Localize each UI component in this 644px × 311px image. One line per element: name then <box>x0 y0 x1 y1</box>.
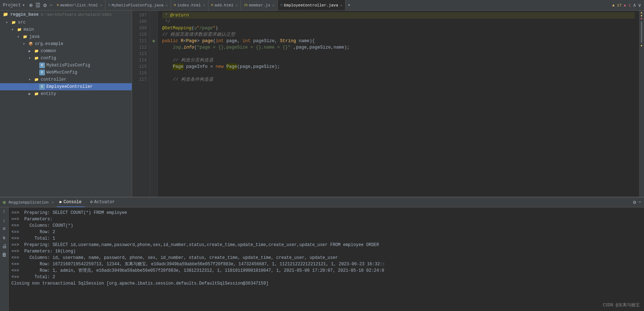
tree-item-mybatisplusconfig[interactable]: C MybatisPlusConfig <box>0 62 132 69</box>
tree-label-controller: controller <box>41 77 66 82</box>
tab-employee-controller[interactable]: C EmployeeController.java ✕ <box>278 0 346 10</box>
tab-index-html[interactable]: H index.html ✕ <box>171 0 208 10</box>
scroll-down-icon[interactable]: ↓ <box>2 217 5 223</box>
gutter-col: ◉ <box>150 11 158 197</box>
settings-icon2[interactable]: ⚙ <box>42 2 48 9</box>
tab-close-icon[interactable]: ✕ <box>203 3 205 7</box>
code-line-108: */ <box>162 19 635 25</box>
panel-minimize-icon[interactable]: − <box>638 199 641 205</box>
console-line-11: <== Total: 2 <box>11 274 641 280</box>
console-line-7: ==> Parameters: 10(Long) <box>11 248 641 255</box>
code-area[interactable]: 107 108 109 110 111 112 113 114 115 116 … <box>132 11 644 197</box>
console-output[interactable]: ==> Preparing: SELECT COUNT(*) FROM empl… <box>9 207 644 311</box>
gutter-109 <box>150 25 157 31</box>
tree-label-java: java <box>29 34 40 39</box>
project-root: 📁 reggie_base D:\WorkSoftware_Workplace\… <box>0 11 132 18</box>
wrap-icon[interactable]: ≡ <box>2 226 5 232</box>
gutter-113 <box>150 51 157 57</box>
tab-close-icon[interactable]: ✕ <box>272 3 275 7</box>
bottom-panel: ReggieApplication ✕ ▶ Console ⚙ Actuator… <box>0 197 644 311</box>
code-editor: 107 108 109 110 111 112 113 114 115 116 … <box>132 11 644 197</box>
warning-count: ▲ 17 <box>612 3 622 7</box>
tab-member-list[interactable]: H member\list.html ✕ <box>54 0 105 10</box>
tree-label-common: common <box>41 49 56 54</box>
java-icon-employee: C <box>39 84 45 90</box>
scroll-up-icon[interactable]: ↑ <box>2 209 5 215</box>
tab-member-js[interactable]: JS member.js ✕ <box>241 0 278 10</box>
nav-down-icon[interactable]: ∨ <box>638 2 641 8</box>
minimize-icon[interactable]: − <box>48 2 54 8</box>
tab-js-icon: JS <box>244 4 248 7</box>
tree-arrow-common: ▶ <box>29 49 34 53</box>
console-label: Console <box>64 200 81 205</box>
tree-item-webmvcconfig[interactable]: C WebMvcConfig <box>0 69 132 76</box>
project-dropdown-icon[interactable]: ▾ <box>22 2 25 8</box>
console-line-8: <== Columns: id, username, name, passwor… <box>11 255 641 261</box>
line-num-111: 111 <box>132 38 147 44</box>
tree-item-java[interactable]: ▾ 📁 java <box>0 33 132 40</box>
tab-label: MybatisPlusConfig.java <box>112 3 163 7</box>
tab-label: EmployeeController.java <box>284 3 338 7</box>
folder-icon-common: 📁 <box>34 48 39 54</box>
project-root-path: D:\WorkSoftware_Workplace\IDEA <box>41 12 111 17</box>
tab-console[interactable]: ▶ Console <box>57 197 85 207</box>
project-tab[interactable]: Project ▾ <box>0 0 28 10</box>
new-file-icon[interactable]: ⊕ <box>28 2 34 9</box>
folder-icon-entity: 📁 <box>34 91 39 97</box>
clear-icon[interactable]: 🗑 <box>2 252 7 258</box>
code-line-113 <box>162 51 635 57</box>
run-close-icon[interactable]: ✕ <box>51 200 54 205</box>
structure-icon[interactable]: ☰ <box>34 2 42 9</box>
console-tools: ↑ ↓ ≡ ⇅ 🖨 🗑 <box>0 207 9 311</box>
tree-label-mybatisplus: MybatisPlusConfig <box>46 63 90 68</box>
tree-item-common[interactable]: ▶ 📁 common <box>0 47 132 55</box>
tree-item-employeecontroller[interactable]: C EmployeeController <box>0 83 132 90</box>
folder-icon-java: 📁 <box>22 34 28 40</box>
tree-label-entity: entity <box>41 91 56 96</box>
tree-item-config[interactable]: ▾ 📁 config <box>0 55 132 62</box>
settings-icon[interactable]: ⚙ <box>633 199 636 205</box>
code-content[interactable]: * @return */ @GetMapping(◎"/page") // 根据… <box>158 11 639 197</box>
tab-overflow-btn[interactable]: ▾ <box>346 2 352 8</box>
print-icon[interactable]: 🖨 <box>2 244 7 249</box>
code-line-107: * @return <box>162 12 635 19</box>
tab-close-icon[interactable]: ✕ <box>100 3 102 7</box>
sort-icon[interactable]: ⇅ <box>2 235 5 241</box>
actuator-icon: ⚙ <box>90 199 93 205</box>
console-line-1: ==> Preparing: SELECT COUNT(*) FROM empl… <box>11 210 641 216</box>
right-gutter <box>639 11 644 197</box>
tab-label: member.js <box>249 3 270 7</box>
tab-mybatisplus[interactable]: C MybatisPlusConfig.java ✕ <box>105 0 171 10</box>
tree-item-entity[interactable]: ▶ 📁 entity <box>0 90 132 97</box>
tree-label-org-example: org.example <box>35 41 63 46</box>
gutter-108 <box>150 19 157 25</box>
tree-item-main[interactable]: ▾ 📁 main <box>0 26 132 33</box>
tab-close-icon[interactable]: ✕ <box>340 3 342 7</box>
line-num-117: 117 <box>132 76 147 83</box>
folder-icon-org-example: 📦 <box>28 41 34 47</box>
gutter-114 <box>150 57 157 64</box>
nav-up-icon[interactable]: ∧ <box>633 2 636 8</box>
tree-label-webmvc: WebMvcConfig <box>46 70 77 75</box>
gutter-116 <box>150 70 157 76</box>
gutter-115 <box>150 64 157 70</box>
right-gutter-warn-3 <box>641 45 642 46</box>
line-num-114: 114 <box>132 57 147 64</box>
scroll-thumb[interactable] <box>641 21 642 43</box>
tree-arrow-empty2 <box>34 71 39 75</box>
tab-actuator[interactable]: ⚙ Actuator <box>87 197 118 207</box>
console-line-3: <== Columns: COUNT(*) <box>11 222 641 229</box>
tree-arrow-config: ▾ <box>29 56 34 60</box>
run-status-dot <box>3 201 6 204</box>
tree-arrow-main: ▾ <box>11 27 16 32</box>
line-num-113: 113 <box>132 51 147 57</box>
tree-item-controller[interactable]: ▾ 📁 controller <box>0 76 132 83</box>
actuator-label: Actuator <box>94 200 115 205</box>
gutter-110 <box>150 31 157 38</box>
tree-item-src[interactable]: ▾ 📁 src <box>0 19 132 26</box>
tab-close-icon[interactable]: ✕ <box>236 3 238 7</box>
tab-add-html[interactable]: H add.html ✕ <box>208 0 241 10</box>
tree-item-org-example[interactable]: ▾ 📦 org.example <box>0 40 132 47</box>
panel-header-right: ⚙ − <box>633 199 641 205</box>
tab-close-icon[interactable]: ✕ <box>166 3 168 7</box>
